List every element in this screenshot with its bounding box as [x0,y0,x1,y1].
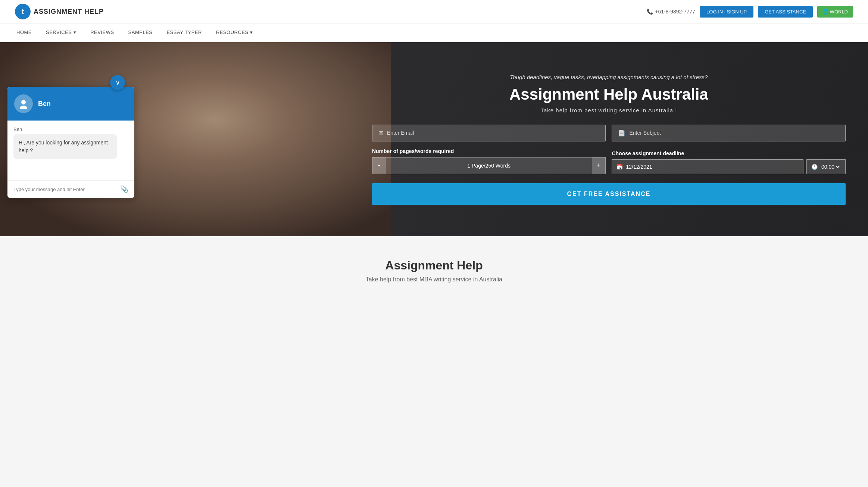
deadline-time-select[interactable]: 00:00 01:00 02:00 06:00 12:00 18:00 [820,163,841,170]
pages-increment-button[interactable]: + [592,157,605,174]
world-button[interactable]: 🌐 WORLD [817,6,853,18]
chat-input-area: 📎 [7,180,134,198]
clock-icon: 🕐 [811,164,818,170]
top-right: 📞 +61-8-9892-7777 LOG IN | SIGN UP GET A… [647,6,853,18]
nav-samples[interactable]: SAMPLES [127,24,154,42]
deadline-wrap: 📅 12/12/2021 🕐 00:00 01:00 02:00 06:00 1… [612,159,846,174]
deadline-label: Choose assignment deadline [612,150,846,156]
chat-widget: Ben Ben Hi, Are you looking for any assi… [7,87,134,198]
svg-point-1 [20,106,27,109]
login-button[interactable]: LOG IN | SIGN UP [700,6,753,18]
calendar-icon: 📅 [616,164,623,170]
hero-section: ∨ Ben Ben Hi, Are you looking for any as… [0,42,868,236]
hero-content: Tough deadlines, vague tasks, overlappin… [365,55,868,224]
phone-number: 📞 +61-8-9892-7777 [647,9,695,15]
subject-field-wrap: 📄 [612,125,846,141]
deadline-date-value: 12/12/2021 [626,164,652,170]
deadline-control: Choose assignment deadline 📅 12/12/2021 … [612,150,846,174]
nav-home[interactable]: HOME [15,24,33,42]
chat-sender-label: Ben [13,127,128,132]
chat-agent-name: Ben [38,100,51,108]
subject-icon: 📄 [618,129,625,137]
nav-reviews[interactable]: REVIEWS [89,24,115,42]
pages-input-wrap: - 1 Page/250 Words + [372,157,606,174]
chat-collapse-button[interactable]: ∨ [110,75,125,90]
pages-control: Number of pages/words required - 1 Page/… [372,148,606,174]
chat-header: Ben [7,87,134,121]
subject-input[interactable] [629,130,839,136]
pages-deadline-row: Number of pages/words required - 1 Page/… [372,148,846,174]
pages-decrement-button[interactable]: - [372,157,386,174]
pages-value: 1 Page/250 Words [386,163,592,169]
nav-bar: HOME SERVICES ▾ REVIEWS SAMPLES ESSAY TY… [0,24,868,42]
form-email-subject-row: ✉ 📄 [372,125,846,141]
logo-text: Assignment Help [34,8,104,16]
hero-title: Assignment Help Australia [372,85,846,103]
logo-area: t Assignment Help [15,4,104,19]
lower-title: Assignment Help [15,259,853,272]
hero-subtitle: Take help from best writing service in A… [372,107,846,113]
hero-tagline: Tough deadlines, vague tasks, overlappin… [372,74,846,80]
deadline-date-field[interactable]: 📅 12/12/2021 [612,159,803,174]
pages-label: Number of pages/words required [372,148,606,154]
get-assistance-button[interactable]: GET ASSISTANCE [758,6,813,18]
avatar [14,94,33,113]
get-free-assistance-button[interactable]: GET FREE ASSISTANCE [372,183,846,205]
phone-icon: 📞 [647,9,653,15]
email-field-wrap: ✉ [372,125,606,141]
chat-body: Ben Hi, Are you looking for any assignme… [7,121,134,180]
nav-resources[interactable]: RESOURCES ▾ [215,24,254,42]
lower-section: Assignment Help Take help from best MBA … [0,236,868,298]
nav-essay-typer[interactable]: ESSAY TYPER [165,24,203,42]
logo-icon: t [15,4,31,19]
chat-input[interactable] [13,187,120,192]
nav-services[interactable]: SERVICES ▾ [44,24,78,42]
deadline-time-field: 🕐 00:00 01:00 02:00 06:00 12:00 18:00 [806,159,846,174]
chevron-down-icon: ∨ [115,78,120,87]
chat-message-bubble: Hi, Are you looking for any assignment h… [13,134,117,159]
lower-subtitle: Take help from best MBA writing service … [15,276,853,283]
email-input[interactable] [387,130,600,136]
top-bar: t Assignment Help 📞 +61-8-9892-7777 LOG … [0,0,868,24]
svg-point-0 [21,100,26,104]
email-icon: ✉ [378,129,383,137]
attachment-icon[interactable]: 📎 [120,185,128,193]
